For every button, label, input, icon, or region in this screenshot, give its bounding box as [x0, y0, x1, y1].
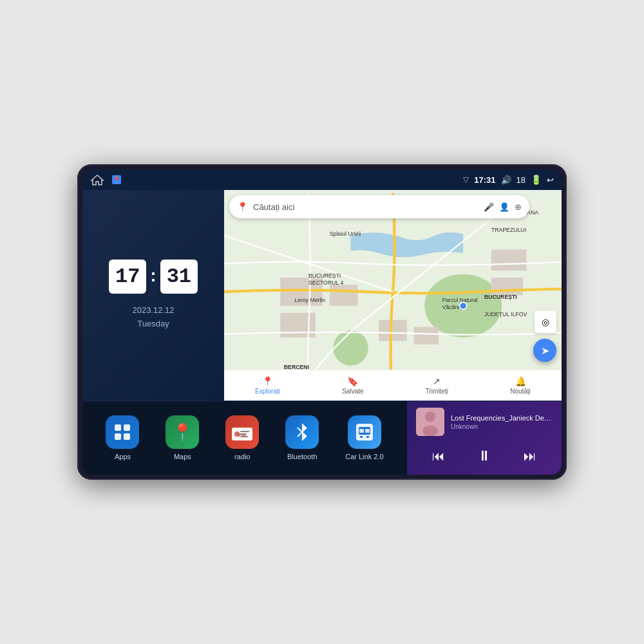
- layers-icon[interactable]: ⊕: [515, 202, 522, 212]
- svg-point-5: [333, 330, 368, 366]
- svg-text:BUCUREȘTI: BUCUREȘTI: [308, 272, 341, 279]
- location-icon[interactable]: 📍: [111, 174, 122, 185]
- explore-icon: 📍: [262, 376, 273, 386]
- back-icon[interactable]: ↩: [547, 175, 554, 185]
- svg-text:Leroy Merlin: Leroy Merlin: [294, 297, 325, 303]
- clock-hours: 17: [109, 260, 146, 294]
- svg-text:📍: 📍: [113, 176, 121, 184]
- status-right-info: ▽ 17:31 🔊 18 🔋 ↩: [463, 175, 554, 185]
- bluetooth-icon-image: [285, 415, 319, 449]
- music-player: Lost Frequencies_Janieck Devy-... Unknow…: [407, 401, 562, 475]
- svg-rect-27: [115, 424, 121, 431]
- app-icon-apps[interactable]: Apps: [106, 415, 139, 460]
- map-search-bar[interactable]: 📍 Căutați aici 🎤 👤 ⊕: [229, 195, 529, 218]
- svg-rect-34: [240, 431, 249, 432]
- music-title: Lost Frequencies_Janieck Devy-...: [451, 414, 553, 422]
- svg-text:TRAPEZULUI: TRAPEZULUI: [491, 227, 526, 233]
- bottom-section: Apps 📍 Maps FM: [82, 401, 562, 475]
- svg-text:SECTORUL 4: SECTORUL 4: [308, 279, 343, 286]
- svg-rect-30: [124, 433, 130, 440]
- svg-point-25: [460, 302, 467, 309]
- bluetooth-label: Bluetooth: [287, 453, 317, 460]
- music-top: Lost Frequencies_Janieck Devy-... Unknow…: [416, 408, 553, 436]
- clock-minutes: 31: [160, 260, 198, 294]
- svg-rect-10: [491, 278, 523, 295]
- svg-point-33: [234, 431, 240, 437]
- battery-level: 18: [516, 175, 526, 185]
- send-icon: ↗: [433, 376, 440, 386]
- navigate-icon: ➤: [541, 345, 549, 357]
- app-icon-bluetooth[interactable]: Bluetooth: [285, 415, 319, 460]
- map-tab-saved[interactable]: 🔖 Salvate: [342, 376, 363, 395]
- map-panel[interactable]: 📍 Căutați aici 🎤 👤 ⊕: [224, 190, 562, 401]
- map-tab-explore-label: Explorați: [255, 388, 280, 395]
- svg-rect-39: [360, 436, 363, 438]
- map-tab-send[interactable]: ↗ Trimiteți: [426, 376, 448, 395]
- next-button[interactable]: ⏭: [518, 446, 542, 466]
- svg-rect-9: [491, 250, 527, 271]
- svg-point-44: [425, 412, 435, 422]
- car-head-unit: 📍 ▽ 17:31 🔊 18 🔋 ↩ 17 :: [77, 164, 567, 480]
- status-time: 17:31: [474, 175, 495, 185]
- svg-rect-29: [115, 433, 121, 440]
- maps-emoji-icon: 📍: [172, 422, 193, 442]
- home-icon[interactable]: [90, 174, 104, 185]
- clock-panel: 17 : 31 2023.12.12 Tuesday: [82, 190, 224, 401]
- previous-button[interactable]: ⏮: [427, 446, 450, 466]
- maps-label: Maps: [174, 453, 191, 460]
- map-search-icons: 🎤 👤 ⊕: [484, 202, 522, 212]
- app-icon-maps[interactable]: 📍 Maps: [166, 415, 199, 460]
- radio-icon-image: FM: [225, 415, 259, 449]
- map-tab-saved-label: Salvate: [342, 388, 363, 395]
- map-tab-news-label: Noutăți: [510, 388, 531, 395]
- play-pause-button[interactable]: ⏸: [472, 445, 497, 467]
- carlink-svg-icon: [354, 421, 375, 443]
- status-left-icons: 📍: [90, 174, 122, 185]
- svg-rect-28: [124, 424, 130, 431]
- map-tab-explore[interactable]: 📍 Explorați: [255, 376, 280, 395]
- main-content: 17 : 31 2023.12.12 Tuesday 📍 Căutați aic…: [82, 190, 562, 475]
- map-svg: BUCUREȘTI JUDEȚUL ILFOV TRAPEZULUI BERCE…: [224, 190, 562, 401]
- signal-down-icon: ▽: [463, 175, 469, 184]
- svg-rect-35: [240, 433, 247, 435]
- map-tab-send-label: Trimiteți: [426, 388, 448, 395]
- album-art-svg: [416, 408, 444, 436]
- map-bottom-bar: 📍 Explorați 🔖 Salvate ↗ Trimiteți 🔔: [224, 370, 562, 401]
- svg-rect-40: [366, 436, 369, 438]
- clock-display: 17 : 31: [109, 260, 198, 294]
- map-tab-news[interactable]: 🔔 Noutăți: [510, 376, 531, 395]
- bluetooth-svg-icon: [292, 421, 312, 444]
- svg-rect-8: [280, 313, 316, 337]
- svg-rect-11: [379, 320, 407, 341]
- volume-icon: 🔊: [501, 175, 511, 185]
- svg-marker-0: [91, 175, 103, 185]
- device-screen: 📍 ▽ 17:31 🔊 18 🔋 ↩ 17 :: [82, 169, 562, 475]
- apps-icon-image: [106, 415, 139, 449]
- map-location-button[interactable]: ◎: [535, 311, 556, 333]
- music-controls: ⏮ ⏸ ⏭: [416, 445, 553, 467]
- map-search-text[interactable]: Căutați aici: [253, 202, 478, 212]
- location-crosshair-icon: ◎: [542, 317, 549, 327]
- status-bar: 📍 ▽ 17:31 🔊 18 🔋 ↩: [82, 169, 562, 190]
- svg-rect-42: [365, 429, 370, 433]
- microphone-icon[interactable]: 🎤: [484, 202, 494, 212]
- clock-colon: :: [150, 265, 156, 286]
- apps-label: Apps: [115, 453, 131, 460]
- app-icon-carlink[interactable]: Car Link 2.0: [345, 415, 383, 460]
- music-artist: Unknown: [451, 423, 553, 430]
- account-icon[interactable]: 👤: [499, 202, 509, 212]
- clock-date: 2023.12.12 Tuesday: [132, 304, 174, 331]
- news-icon: 🔔: [515, 376, 526, 386]
- saved-icon: 🔖: [347, 376, 358, 386]
- svg-text:JUDEȚUL ILFOV: JUDEȚUL ILFOV: [484, 311, 527, 317]
- radio-svg-icon: FM: [231, 422, 254, 442]
- svg-rect-41: [359, 429, 364, 433]
- carlink-label: Car Link 2.0: [345, 453, 383, 460]
- svg-text:Parcul Natural: Parcul Natural: [442, 297, 477, 303]
- top-section: 17 : 31 2023.12.12 Tuesday 📍 Căutați aic…: [82, 190, 562, 401]
- app-icon-radio[interactable]: FM radio: [225, 415, 259, 460]
- svg-rect-36: [240, 436, 248, 437]
- map-fab-button[interactable]: ➤: [533, 339, 556, 362]
- music-album-art: [416, 408, 444, 436]
- radio-label: radio: [234, 453, 250, 460]
